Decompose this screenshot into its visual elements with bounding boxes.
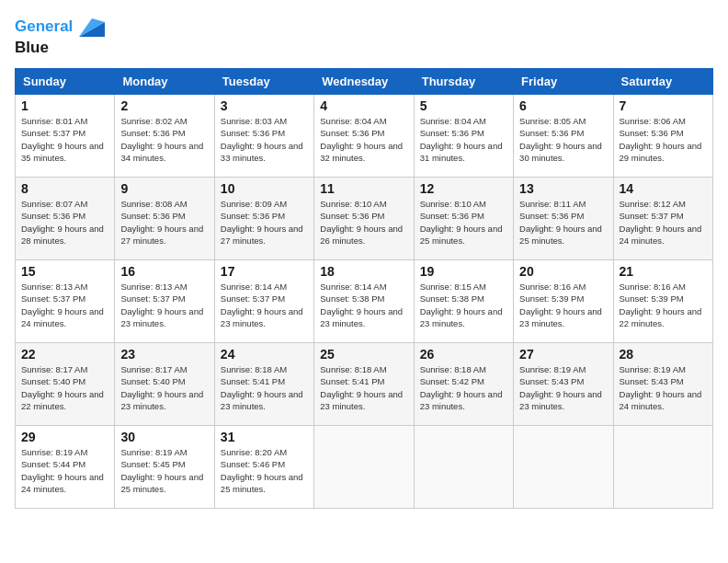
calendar-cell [613,426,712,509]
day-detail: Sunrise: 8:14 AM Sunset: 5:38 PM Dayligh… [320,281,407,329]
day-detail: Sunrise: 8:18 AM Sunset: 5:42 PM Dayligh… [420,363,507,412]
day-number: 20 [519,264,607,279]
calendar-cell: 11 Sunrise: 8:10 AM Sunset: 5:36 PM Dayl… [314,178,414,260]
calendar-cell: 18 Sunrise: 8:14 AM Sunset: 5:38 PM Dayl… [314,260,414,343]
day-number: 28 [620,347,707,362]
day-detail: Sunrise: 8:17 AM Sunset: 5:40 PM Dayligh… [21,363,108,412]
day-detail: Sunrise: 8:12 AM Sunset: 5:37 PM Dayligh… [620,198,707,247]
day-header-monday: Monday [115,69,214,95]
day-header-sunday: Sunday [16,69,115,95]
calendar-cell: 9 Sunrise: 8:08 AM Sunset: 5:36 PM Dayli… [115,178,214,260]
day-header-saturday: Saturday [613,69,712,95]
day-detail: Sunrise: 8:13 AM Sunset: 5:37 PM Dayligh… [120,281,208,329]
calendar-cell: 8 Sunrise: 8:07 AM Sunset: 5:36 PM Dayli… [16,178,115,260]
calendar-week-5: 29 Sunrise: 8:19 AM Sunset: 5:44 PM Dayl… [16,426,713,509]
calendar-cell: 6 Sunrise: 8:05 AM Sunset: 5:36 PM Dayli… [514,95,613,178]
day-detail: Sunrise: 8:07 AM Sunset: 5:36 PM Dayligh… [21,198,108,247]
day-number: 13 [519,181,607,196]
calendar-cell: 3 Sunrise: 8:03 AM Sunset: 5:36 PM Dayli… [214,95,313,178]
day-number: 4 [320,98,407,113]
day-detail: Sunrise: 8:10 AM Sunset: 5:36 PM Dayligh… [420,198,507,247]
day-number: 3 [221,98,308,113]
day-number: 31 [221,430,308,444]
calendar-cell: 12 Sunrise: 8:10 AM Sunset: 5:36 PM Dayl… [414,178,513,260]
calendar-cell: 14 Sunrise: 8:12 AM Sunset: 5:37 PM Dayl… [613,178,712,260]
day-detail: Sunrise: 8:18 AM Sunset: 5:41 PM Dayligh… [221,363,308,412]
day-detail: Sunrise: 8:04 AM Sunset: 5:36 PM Dayligh… [420,115,507,164]
day-detail: Sunrise: 8:02 AM Sunset: 5:36 PM Dayligh… [120,115,208,164]
day-number: 5 [420,98,507,113]
calendar-cell [314,426,414,509]
day-number: 1 [21,98,108,113]
calendar-week-2: 8 Sunrise: 8:07 AM Sunset: 5:36 PM Dayli… [16,178,713,260]
day-number: 22 [21,347,108,362]
calendar-cell: 21 Sunrise: 8:16 AM Sunset: 5:39 PM Dayl… [613,260,712,343]
day-detail: Sunrise: 8:09 AM Sunset: 5:36 PM Dayligh… [221,198,308,247]
day-detail: Sunrise: 8:20 AM Sunset: 5:46 PM Dayligh… [221,446,308,495]
calendar-cell [514,426,613,509]
calendar-cell: 27 Sunrise: 8:19 AM Sunset: 5:43 PM Dayl… [514,343,613,426]
calendar-cell: 25 Sunrise: 8:18 AM Sunset: 5:41 PM Dayl… [314,343,414,426]
day-number: 11 [320,181,407,196]
day-number: 2 [120,98,208,113]
day-number: 30 [120,430,208,444]
day-detail: Sunrise: 8:16 AM Sunset: 5:39 PM Dayligh… [620,281,707,329]
day-header-friday: Friday [514,69,613,95]
day-number: 8 [21,181,108,196]
day-detail: Sunrise: 8:19 AM Sunset: 5:43 PM Dayligh… [620,363,707,412]
calendar-cell: 17 Sunrise: 8:14 AM Sunset: 5:37 PM Dayl… [214,260,313,343]
day-number: 23 [120,347,208,362]
day-detail: Sunrise: 8:19 AM Sunset: 5:45 PM Dayligh… [120,446,208,495]
calendar-cell: 28 Sunrise: 8:19 AM Sunset: 5:43 PM Dayl… [613,343,712,426]
day-number: 18 [320,264,407,279]
calendar-cell: 30 Sunrise: 8:19 AM Sunset: 5:45 PM Dayl… [115,426,214,509]
day-detail: Sunrise: 8:17 AM Sunset: 5:40 PM Dayligh… [120,363,208,412]
day-number: 16 [120,264,208,279]
calendar-cell: 4 Sunrise: 8:04 AM Sunset: 5:36 PM Dayli… [314,95,414,178]
calendar-cell [414,426,513,509]
day-detail: Sunrise: 8:18 AM Sunset: 5:41 PM Dayligh… [320,363,407,412]
calendar-cell: 31 Sunrise: 8:20 AM Sunset: 5:46 PM Dayl… [214,426,313,509]
day-detail: Sunrise: 8:04 AM Sunset: 5:36 PM Dayligh… [320,115,407,164]
calendar-cell: 5 Sunrise: 8:04 AM Sunset: 5:36 PM Dayli… [414,95,513,178]
calendar-cell: 23 Sunrise: 8:17 AM Sunset: 5:40 PM Dayl… [115,343,214,426]
logo-text-blue: Blue [15,39,105,57]
calendar-cell: 15 Sunrise: 8:13 AM Sunset: 5:37 PM Dayl… [16,260,115,343]
day-number: 19 [420,264,507,279]
calendar-cell: 1 Sunrise: 8:01 AM Sunset: 5:37 PM Dayli… [16,95,115,178]
logo-text-general: General [15,17,73,35]
day-detail: Sunrise: 8:14 AM Sunset: 5:37 PM Dayligh… [221,281,308,329]
day-number: 21 [620,264,707,279]
logo-triangle-icon [79,15,105,40]
calendar-cell: 2 Sunrise: 8:02 AM Sunset: 5:36 PM Dayli… [115,95,214,178]
day-detail: Sunrise: 8:06 AM Sunset: 5:36 PM Dayligh… [620,115,707,164]
day-number: 14 [620,181,707,196]
day-number: 7 [620,98,707,113]
calendar-week-3: 15 Sunrise: 8:13 AM Sunset: 5:37 PM Dayl… [16,260,713,343]
calendar-cell: 19 Sunrise: 8:15 AM Sunset: 5:38 PM Dayl… [414,260,513,343]
page-header: General Blue [15,15,713,57]
calendar-cell: 29 Sunrise: 8:19 AM Sunset: 5:44 PM Dayl… [16,426,115,509]
day-number: 9 [120,181,208,196]
day-detail: Sunrise: 8:15 AM Sunset: 5:38 PM Dayligh… [420,281,507,329]
logo: General Blue [15,15,105,57]
day-number: 26 [420,347,507,362]
day-detail: Sunrise: 8:19 AM Sunset: 5:44 PM Dayligh… [21,446,108,495]
day-detail: Sunrise: 8:10 AM Sunset: 5:36 PM Dayligh… [320,198,407,247]
day-header-tuesday: Tuesday [214,69,313,95]
day-number: 27 [519,347,607,362]
calendar-cell: 10 Sunrise: 8:09 AM Sunset: 5:36 PM Dayl… [214,178,313,260]
day-number: 24 [221,347,308,362]
day-number: 17 [221,264,308,279]
calendar-cell: 22 Sunrise: 8:17 AM Sunset: 5:40 PM Dayl… [16,343,115,426]
day-detail: Sunrise: 8:19 AM Sunset: 5:43 PM Dayligh… [519,363,607,412]
day-header-thursday: Thursday [414,69,513,95]
calendar-cell: 7 Sunrise: 8:06 AM Sunset: 5:36 PM Dayli… [613,95,712,178]
calendar-table: SundayMondayTuesdayWednesdayThursdayFrid… [15,68,713,509]
calendar-week-4: 22 Sunrise: 8:17 AM Sunset: 5:40 PM Dayl… [16,343,713,426]
day-detail: Sunrise: 8:08 AM Sunset: 5:36 PM Dayligh… [120,198,208,247]
day-detail: Sunrise: 8:03 AM Sunset: 5:36 PM Dayligh… [221,115,308,164]
day-number: 10 [221,181,308,196]
day-header-wednesday: Wednesday [314,69,414,95]
day-detail: Sunrise: 8:13 AM Sunset: 5:37 PM Dayligh… [21,281,108,329]
